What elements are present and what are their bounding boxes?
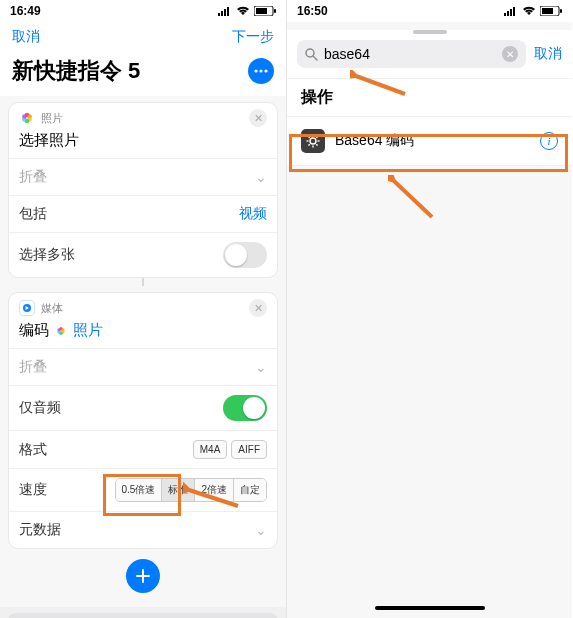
status-icons [504,6,562,16]
add-action-button[interactable] [126,559,160,593]
chevron-down-icon: ⌄ [255,522,267,538]
result-label: Base64 编码 [335,132,414,150]
audio-only-row: 仅音频 [9,385,277,430]
search-input[interactable]: 搜索 App 和操作 [8,613,278,618]
format-label: 格式 [19,441,47,459]
svg-rect-6 [274,9,276,13]
speed-option[interactable]: 标准 [161,479,194,501]
remove-action-button[interactable]: ✕ [249,299,267,317]
select-multiple-label: 选择多张 [19,246,75,264]
svg-point-35 [310,138,316,144]
left-pane: 16:49 取消 下一步 新快捷指令 5 [0,0,286,618]
svg-line-34 [313,56,317,60]
svg-point-22 [58,328,61,331]
audio-only-toggle[interactable] [223,395,267,421]
status-icons [218,6,276,16]
app-label: 照片 [41,111,249,126]
result-item-base64[interactable]: Base64 编码 i [287,117,572,166]
audio-only-label: 仅音频 [19,399,61,417]
speed-row[interactable]: 速度 0.5倍速 标准 2倍速 自定 [9,468,277,511]
format-pills: M4A AIFF [193,440,267,459]
format-option[interactable]: AIFF [231,440,267,459]
action-title[interactable]: 选择照片 [9,129,277,158]
speed-option[interactable]: 自定 [233,479,266,501]
home-indicator [375,606,485,610]
metadata-row[interactable]: 元数据 ⌄ [9,511,277,548]
title-row: 新快捷指令 5 [0,52,286,96]
svg-rect-32 [560,9,562,13]
collapse-label: 折叠 [19,358,47,376]
photos-app-icon [19,110,35,126]
include-label: 包括 [19,205,47,223]
more-button[interactable] [248,58,274,84]
ellipsis-icon [254,69,268,73]
svg-point-9 [264,69,267,72]
svg-point-8 [259,69,262,72]
speed-segmented[interactable]: 0.5倍速 标准 2倍速 自定 [115,478,267,502]
info-button[interactable]: i [540,132,558,150]
svg-point-15 [22,114,27,119]
include-value: 视频 [239,205,267,223]
cancel-button[interactable]: 取消 [12,28,40,46]
action-title[interactable]: 编码 照片 [9,319,277,348]
format-row[interactable]: 格式 M4A AIFF [9,430,277,468]
include-row[interactable]: 包括 视频 [9,195,277,232]
battery-icon [540,6,562,16]
svg-line-43 [316,136,317,137]
svg-rect-0 [218,13,220,16]
search-input[interactable]: base64 ✕ [297,40,526,68]
svg-rect-29 [513,7,515,16]
svg-rect-27 [507,11,509,16]
select-multiple-toggle[interactable] [223,242,267,268]
chevron-down-icon: ⌄ [255,359,267,375]
status-bar: 16:50 [287,0,572,22]
collapse-row[interactable]: 折叠 ⌄ [9,348,277,385]
wifi-icon [236,6,250,16]
media-app-icon [19,300,35,316]
svg-rect-5 [256,8,267,14]
svg-rect-28 [510,9,512,16]
next-button[interactable]: 下一步 [232,28,274,46]
remove-action-button[interactable]: ✕ [249,109,267,127]
sheet-grabber[interactable] [413,30,447,34]
select-multiple-row: 选择多张 [9,232,277,277]
svg-line-42 [308,144,309,145]
cellular-icon [504,6,518,16]
svg-line-40 [308,136,309,137]
action-card-photos: 照片 ✕ 选择照片 折叠 ⌄ 包括 视频 选择多张 [8,102,278,278]
speed-option[interactable]: 2倍速 [194,479,233,501]
collapse-label: 折叠 [19,168,47,186]
search-value: base64 [324,46,370,62]
photos-token-icon [55,323,67,340]
battery-icon [254,6,276,16]
format-option[interactable]: M4A [193,440,228,459]
svg-rect-2 [224,9,226,16]
title-token: 照片 [73,321,103,338]
cancel-button[interactable]: 取消 [534,45,562,63]
search-icon [305,48,318,61]
right-pane: 16:50 base64 ✕ 取消 操作 Base64 [286,0,572,618]
plus-icon [135,568,151,584]
svg-rect-26 [504,13,506,16]
speed-option[interactable]: 0.5倍速 [116,479,162,501]
svg-rect-1 [221,11,223,16]
nav-bar: 取消 下一步 [0,22,286,52]
title-prefix: 编码 [19,321,49,338]
status-bar: 16:49 [0,0,286,22]
action-connector [142,278,144,286]
collapse-row[interactable]: 折叠 ⌄ [9,158,277,195]
speed-label: 速度 [19,481,47,499]
metadata-label: 元数据 [19,521,61,539]
wifi-icon [522,6,536,16]
section-header: 操作 [287,78,572,117]
status-time: 16:49 [10,4,41,18]
svg-line-41 [316,144,317,145]
cellular-icon [218,6,232,16]
app-label: 媒体 [41,301,249,316]
gear-icon [301,129,325,153]
page-title: 新快捷指令 5 [12,56,140,86]
action-card-media: 媒体 ✕ 编码 照片 折叠 ⌄ 仅音频 [8,292,278,549]
chevron-down-icon: ⌄ [255,169,267,185]
svg-point-7 [254,69,257,72]
clear-search-button[interactable]: ✕ [502,46,518,62]
